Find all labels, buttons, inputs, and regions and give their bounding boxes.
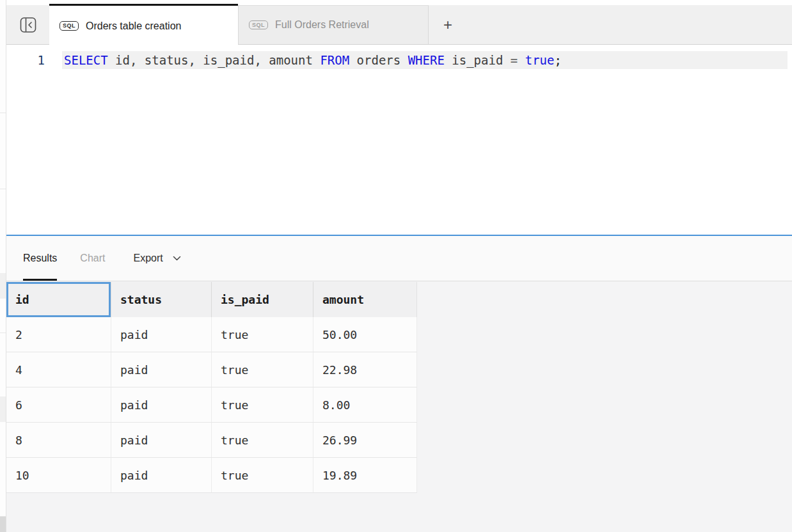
tab-chart-label: Chart bbox=[80, 253, 105, 264]
tab-chart[interactable]: Chart bbox=[80, 236, 105, 281]
table-row: 2paidtrue50.00 bbox=[6, 317, 417, 352]
sidebar-divider bbox=[0, 113, 6, 113]
sidebar-divider bbox=[0, 189, 6, 189]
tab-results[interactable]: Results bbox=[23, 236, 57, 281]
sidebar-divider bbox=[0, 332, 6, 333]
table-cell[interactable]: true bbox=[212, 458, 313, 492]
collapse-sidebar-icon bbox=[20, 17, 36, 33]
sql-token-plain: orders bbox=[349, 53, 408, 67]
sql-badge-icon: SQL bbox=[59, 21, 79, 31]
sql-editor[interactable]: 1 SELECT id, status, is_paid, amount FRO… bbox=[6, 45, 792, 235]
tab-label: Orders table creation bbox=[86, 20, 181, 32]
collapsed-sidebar-sliver bbox=[0, 0, 6, 532]
tab-results-label: Results bbox=[23, 253, 57, 264]
table-cell[interactable]: 22.98 bbox=[313, 352, 417, 387]
active-code-line[interactable]: SELECT id, status, is_paid, amount FROM … bbox=[62, 51, 788, 69]
sidebar-item-fragment bbox=[0, 517, 6, 532]
sql-token-plain: is_paid bbox=[445, 53, 511, 67]
sql-token-keyword: true bbox=[525, 53, 555, 67]
sidebar-item-fragment bbox=[0, 273, 6, 299]
tab-orders-table-creation[interactable]: SQL Orders table creation bbox=[49, 4, 238, 46]
sql-badge-icon: SQL bbox=[249, 20, 268, 30]
table-row: 10paidtrue19.89 bbox=[6, 458, 417, 493]
table-cell[interactable]: true bbox=[212, 317, 313, 352]
sql-token-keyword: WHERE bbox=[408, 53, 445, 67]
table-cell[interactable]: paid bbox=[111, 317, 212, 352]
table-cell[interactable]: 4 bbox=[6, 352, 111, 387]
table-cell[interactable]: true bbox=[212, 352, 313, 387]
collapse-sidebar-button[interactable] bbox=[19, 15, 38, 35]
tab-full-orders-retrieval[interactable]: SQL Full Orders Retrieval bbox=[238, 5, 429, 44]
results-table: id status is_paid amount 2paidtrue50.004… bbox=[6, 282, 417, 493]
column-header-status[interactable]: status bbox=[111, 282, 212, 317]
table-cell[interactable]: 6 bbox=[6, 387, 111, 422]
table-cell[interactable]: 8.00 bbox=[313, 387, 417, 422]
table-row: 8paidtrue26.99 bbox=[6, 423, 417, 458]
sql-token-plain: id, status, is_paid, amount bbox=[108, 53, 321, 67]
table-row: 6paidtrue8.00 bbox=[6, 387, 417, 423]
sidebar-item-fragment bbox=[0, 396, 6, 422]
code-line-1: 1 SELECT id, status, is_paid, amount FRO… bbox=[6, 51, 792, 69]
table-cell[interactable]: true bbox=[212, 387, 313, 422]
sql-token-plain bbox=[518, 53, 525, 67]
column-header-id[interactable]: id bbox=[6, 282, 111, 317]
tab-label: Full Orders Retrieval bbox=[275, 19, 369, 31]
query-tab-bar: SQL Orders table creation SQL Full Order… bbox=[6, 5, 792, 45]
column-header-is_paid[interactable]: is_paid bbox=[212, 282, 313, 317]
table-cell[interactable]: 19.89 bbox=[313, 458, 417, 492]
chevron-down-icon bbox=[173, 256, 181, 261]
sql-token-punct: ; bbox=[554, 53, 561, 67]
table-cell[interactable]: true bbox=[212, 423, 313, 457]
table-cell[interactable]: paid bbox=[111, 387, 212, 422]
results-table-area: id status is_paid amount 2paidtrue50.004… bbox=[6, 281, 792, 532]
results-panel: Results Chart Export id bbox=[6, 236, 792, 532]
new-tab-button[interactable]: + bbox=[429, 5, 467, 44]
export-button[interactable]: Export bbox=[133, 236, 180, 281]
sql-token-keyword: SELECT bbox=[64, 53, 108, 67]
column-header-amount[interactable]: amount bbox=[313, 282, 417, 317]
export-label: Export bbox=[133, 253, 162, 264]
table-cell[interactable]: 26.99 bbox=[313, 423, 417, 457]
plus-icon: + bbox=[443, 16, 452, 34]
line-number: 1 bbox=[6, 53, 62, 67]
table-cell[interactable]: paid bbox=[111, 458, 212, 492]
sql-token-operator: = bbox=[511, 53, 518, 67]
table-cell[interactable]: 50.00 bbox=[313, 317, 417, 352]
results-table-header: id status is_paid amount bbox=[6, 282, 417, 317]
sql-token-keyword: FROM bbox=[320, 53, 349, 67]
results-table-body: 2paidtrue50.004paidtrue22.986paidtrue8.0… bbox=[6, 317, 417, 493]
table-cell[interactable]: 2 bbox=[6, 317, 111, 352]
results-toolbar: Results Chart Export bbox=[6, 236, 792, 281]
table-cell[interactable]: 8 bbox=[6, 423, 111, 457]
table-cell[interactable]: paid bbox=[111, 352, 212, 387]
table-cell[interactable]: paid bbox=[111, 423, 212, 457]
table-cell[interactable]: 10 bbox=[6, 458, 111, 492]
sql-editor-app: SQL Orders table creation SQL Full Order… bbox=[0, 0, 792, 532]
collapse-area bbox=[6, 5, 49, 44]
table-row: 4paidtrue22.98 bbox=[6, 352, 417, 387]
